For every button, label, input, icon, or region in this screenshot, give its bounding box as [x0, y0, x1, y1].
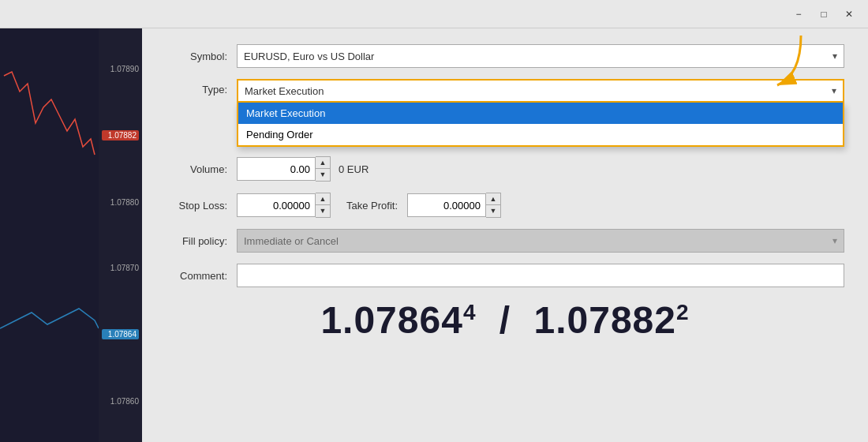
type-option-pending[interactable]: Pending Order [238, 124, 843, 145]
maximize-button[interactable]: □ [811, 3, 836, 25]
ask-price: 1.078822 [534, 299, 690, 341]
titlebar: − □ ✕ [0, 0, 868, 28]
tp-up-button[interactable]: ▲ [486, 193, 500, 205]
tp-input[interactable] [407, 193, 486, 217]
fill-policy-arrow-icon: ▾ [832, 235, 837, 246]
symbol-label: Symbol: [166, 51, 237, 62]
chart-canvas [0, 28, 99, 442]
volume-label: Volume: [166, 163, 237, 175]
type-input-text: Market Execution [245, 85, 832, 97]
ask-sup: 2 [676, 300, 690, 324]
bid-price: 1.078644 [320, 299, 487, 341]
sl-spinner-buttons: ▲ ▼ [316, 193, 331, 218]
type-label: Type: [166, 79, 237, 96]
price-level-1: 1.07890 [102, 65, 139, 73]
type-option-market[interactable]: Market Execution [238, 103, 843, 124]
tp-spinner-buttons: ▲ ▼ [486, 193, 501, 218]
volume-down-button[interactable]: ▼ [316, 169, 330, 181]
volume-unit: 0 EUR [339, 163, 369, 175]
volume-input[interactable] [237, 157, 316, 181]
tp-spinner-wrap: ▲ ▼ [407, 193, 501, 218]
price-separator: / [499, 299, 522, 341]
price-level-2: 1.07882 [102, 130, 139, 140]
arrow-svg [750, 32, 813, 95]
price-level-5: 1.07864 [102, 329, 139, 339]
close-button[interactable]: ✕ [836, 3, 862, 25]
sl-input[interactable] [237, 193, 316, 217]
form-panel: Symbol: EURUSD, Euro vs US Dollar ▾ Type… [142, 28, 868, 442]
type-dropdown-list: Market Execution Pending Order [237, 103, 844, 147]
sl-down-button[interactable]: ▼ [316, 205, 330, 217]
type-arrow-icon: ▾ [832, 85, 836, 96]
minimize-button[interactable]: − [786, 3, 811, 25]
price-display: 1.078644 / 1.078822 [166, 298, 844, 342]
volume-row: Volume: ▲ ▼ 0 EUR [166, 156, 844, 182]
fill-policy-wrap: Immediate or Cancel ▾ [237, 229, 844, 253]
fill-policy-row: Fill policy: Immediate or Cancel ▾ [166, 229, 844, 253]
sl-spinner-wrap: ▲ ▼ [237, 193, 331, 218]
bid-sup: 4 [463, 300, 477, 324]
fill-policy-value: Immediate or Cancel [244, 235, 832, 247]
sl-up-button[interactable]: ▲ [316, 193, 330, 205]
volume-spinner-buttons: ▲ ▼ [316, 156, 331, 182]
comment-label: Comment: [166, 270, 237, 282]
type-dropdown-wrap: Market Execution ▾ Market Execution Pend… [237, 79, 844, 103]
price-level-4: 1.07870 [102, 264, 139, 272]
fill-policy-label: Fill policy: [166, 235, 237, 247]
comment-row: Comment: [166, 264, 844, 287]
comment-input[interactable] [237, 264, 844, 287]
symbol-arrow-icon: ▾ [832, 51, 837, 62]
comment-wrap [237, 264, 844, 287]
symbol-value: EURUSD, Euro vs US Dollar [244, 51, 832, 62]
sl-tp-row: Stop Loss: ▲ ▼ Take Profit: ▲ ▼ [166, 193, 844, 218]
y-axis: 1.07890 1.07882 1.07880 1.07870 1.07864 … [99, 28, 142, 442]
sl-label: Stop Loss: [166, 200, 237, 212]
tp-label: Take Profit: [346, 200, 407, 212]
chart-panel: 1.07890 1.07882 1.07880 1.07870 1.07864 … [0, 28, 142, 442]
symbol-row: Symbol: EURUSD, Euro vs US Dollar ▾ [166, 44, 844, 68]
tp-down-button[interactable]: ▼ [486, 205, 500, 217]
type-row: Type: Market Execution ▾ Ma [166, 79, 844, 103]
volume-up-button[interactable]: ▲ [316, 157, 330, 169]
tp-section: Take Profit: ▲ ▼ [346, 193, 501, 218]
annotation-arrow [750, 32, 813, 97]
price-level-6: 1.07860 [102, 397, 139, 406]
price-level-3: 1.07880 [102, 198, 139, 207]
volume-spinner-wrap: ▲ ▼ 0 EUR [237, 156, 369, 182]
fill-policy-dropdown: Immediate or Cancel ▾ [237, 229, 844, 253]
